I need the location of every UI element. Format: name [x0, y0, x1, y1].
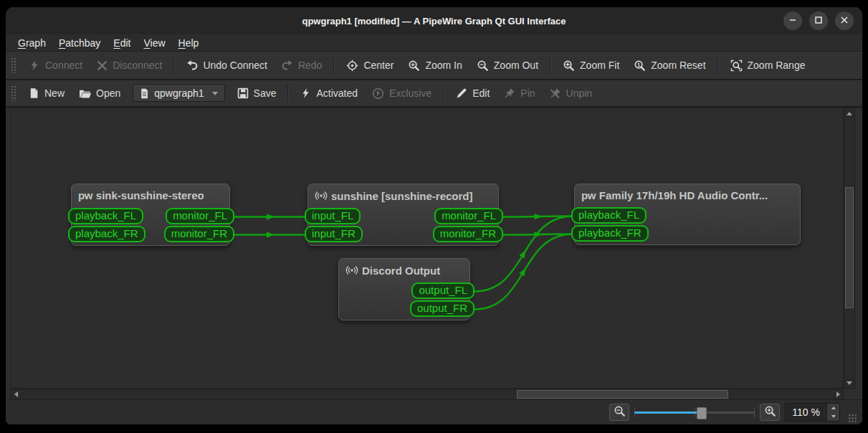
connect-icon	[29, 60, 40, 71]
pin-button[interactable]: Pin	[497, 84, 542, 103]
save-button[interactable]: Save	[230, 84, 284, 103]
redo-button[interactable]: Redo	[275, 56, 329, 75]
vertical-scrollbar[interactable]	[844, 108, 855, 389]
port-playback_FR[interactable]: playback_FR	[68, 226, 146, 242]
broadcast-icon	[315, 189, 328, 202]
node-title-text: sunshine [sunshine-record]	[331, 190, 473, 202]
node-title: sunshine [sunshine-record]	[308, 184, 498, 202]
window-resize-grip[interactable]	[848, 414, 857, 423]
center-button[interactable]: Center	[339, 56, 401, 75]
port-monitor_FL[interactable]: monitor_FL	[434, 208, 503, 224]
port-monitor_FR[interactable]: monitor_FR	[164, 226, 234, 242]
pipewire-icon: pw	[78, 189, 92, 201]
zoom-fit-button[interactable]: Zoom Fit	[555, 56, 626, 75]
vertical-scrollbar-thumb[interactable]	[845, 187, 854, 308]
port-playback_FL[interactable]: playback_FL	[68, 208, 143, 224]
port-output_FR[interactable]: output_FR	[410, 300, 474, 317]
toolbar-file: NewOpenqpwgraph1SaveActivatedExclusiveEd…	[6, 80, 862, 108]
connections-layer	[11, 108, 843, 388]
window-controls	[783, 11, 854, 30]
open-icon	[79, 88, 91, 99]
broadcast-icon	[345, 264, 358, 277]
disconnect-button[interactable]: Disconnect	[90, 56, 169, 75]
toolbar-separator	[443, 85, 444, 102]
connection-arrow	[267, 214, 275, 219]
title-bar[interactable]: qpwgraph1 [modified] — A PipeWire Graph …	[6, 7, 862, 34]
new-button[interactable]: New	[22, 84, 72, 103]
node-discord-output[interactable]: Discord Outputoutput_FLoutput_FR	[338, 258, 470, 320]
minimize-button[interactable]	[783, 11, 802, 30]
scroll-left-button[interactable]	[11, 389, 21, 399]
graph-canvas[interactable]: pwsink-sunshine-stereoplayback_FLplaybac…	[10, 108, 844, 389]
arrow-down-icon	[846, 381, 852, 385]
menu-graph[interactable]: Graph	[11, 36, 52, 50]
redo-icon	[282, 60, 293, 71]
undo-connect-button[interactable]: Undo Connect	[179, 56, 275, 75]
zoom-reset-button[interactable]: 1Zoom Reset	[626, 56, 712, 75]
zoom-percent-spinbox[interactable]: 110 %	[785, 403, 840, 422]
node-sunshine[interactable]: sunshine [sunshine-record]input_FLinput_…	[307, 184, 499, 246]
open-button[interactable]: Open	[72, 84, 128, 103]
spinbox-up-button[interactable]	[827, 404, 839, 412]
toolbar-drag-handle[interactable]	[11, 57, 16, 73]
menu-view[interactable]: View	[137, 36, 171, 50]
toolbar-graph: ConnectDisconnectUndo ConnectRedoCenterZ…	[6, 52, 862, 80]
zoom-range-button[interactable]: Zoom Range	[723, 56, 813, 75]
node-family-hd-audio[interactable]: pwFamily 17h/19h HD Audio Contr...playba…	[574, 184, 801, 245]
close-icon	[840, 14, 849, 27]
port-playback_FL[interactable]: playback_FL	[571, 207, 647, 224]
disconnect-icon	[97, 60, 108, 71]
scroll-right-button[interactable]	[833, 389, 843, 399]
horizontal-scrollbar-thumb[interactable]	[517, 390, 728, 399]
arrow-up-icon	[846, 112, 852, 115]
maximize-icon	[814, 14, 823, 27]
zoom-slider-handle[interactable]	[697, 407, 707, 419]
scroll-down-button[interactable]	[844, 378, 854, 388]
connection-arrow	[519, 250, 525, 259]
window-title: qpwgraph1 [modified] — A PipeWire Graph …	[302, 16, 566, 27]
port-input_FL[interactable]: input_FL	[305, 208, 361, 224]
zoom-percent-value: 110 %	[786, 404, 826, 421]
arrow-down-icon	[831, 415, 836, 418]
activated-toggle[interactable]: Activated	[293, 84, 365, 103]
zoom-slider[interactable]	[634, 406, 755, 419]
zoom-in-icon	[408, 60, 420, 72]
toolbar-drag-handle[interactable]	[11, 85, 16, 101]
port-output_FL[interactable]: output_FL	[411, 282, 474, 299]
zoom-slider-track-empty	[701, 411, 755, 414]
zoom-in-icon	[764, 405, 776, 420]
svg-text:1: 1	[637, 61, 640, 67]
toolbar-separator	[333, 57, 335, 74]
new-icon	[29, 87, 39, 99]
maximize-button[interactable]	[809, 11, 828, 30]
horizontal-scrollbar[interactable]	[10, 389, 844, 400]
toolbar-separator	[173, 57, 175, 74]
zoom-out-button[interactable]: Zoom Out	[469, 56, 545, 75]
edit-toggle[interactable]: Edit	[449, 84, 497, 103]
close-button[interactable]	[835, 11, 854, 30]
connect-button[interactable]: Connect	[22, 56, 90, 75]
zoom-in-button[interactable]: Zoom In	[401, 56, 469, 75]
port-monitor_FR[interactable]: monitor_FR	[433, 226, 503, 242]
zoom-in-small-button[interactable]	[760, 404, 780, 421]
unpin-button[interactable]: Unpin	[543, 84, 600, 103]
zoom-reset-icon: 1	[634, 60, 646, 72]
port-input_FR[interactable]: input_FR	[305, 226, 363, 242]
menu-edit[interactable]: Edit	[107, 36, 137, 50]
port-playback_FR[interactable]: playback_FR	[571, 225, 649, 242]
port-monitor_FL[interactable]: monitor_FL	[166, 208, 234, 224]
zoom-out-icon	[614, 405, 626, 420]
spinbox-down-button[interactable]	[827, 412, 839, 421]
chevron-down-icon	[212, 92, 218, 95]
node-sink-sunshine-stereo[interactable]: pwsink-sunshine-stereoplayback_FLplaybac…	[71, 184, 230, 246]
menu-patchbay[interactable]: Patchbay	[52, 36, 107, 50]
scroll-up-button[interactable]	[844, 108, 854, 118]
exclusive-toggle[interactable]: Exclusive	[365, 84, 439, 103]
zoom-out-small-button[interactable]	[609, 404, 629, 421]
patchbay-profile-combobox[interactable]: qpwgraph1	[133, 85, 224, 102]
toolbar-separator	[287, 85, 289, 102]
menu-help[interactable]: Help	[172, 36, 206, 50]
arrow-right-icon	[836, 391, 840, 397]
spinbox-arrows	[826, 404, 839, 421]
arrow-up-icon	[831, 406, 836, 409]
